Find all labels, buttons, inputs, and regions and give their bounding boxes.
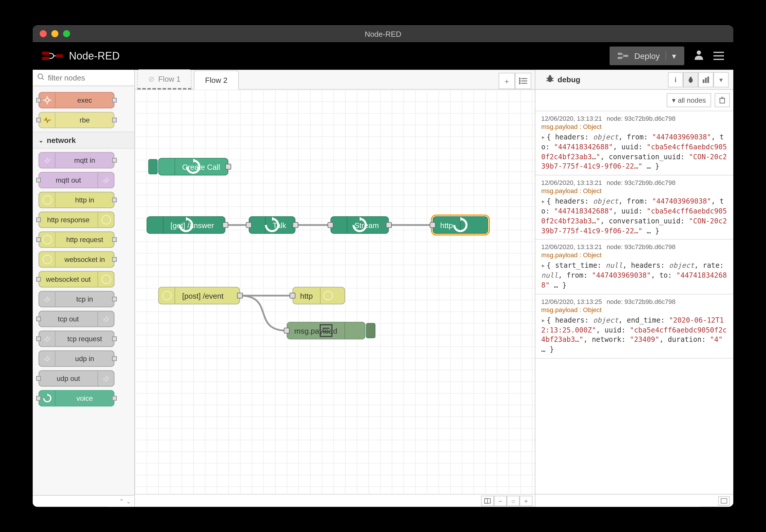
pulse-icon [39,112,55,127]
debug-message[interactable]: 12/06/2020, 13:13:25node: 93c72b9b.d6c79… [535,294,733,358]
output-port[interactable] [223,222,228,228]
palette-node-label: tcp out [39,315,97,323]
palette-node-list[interactable]: execrbe⌄network⟩⟩mqtt inmqtt out⟩⟩http i… [33,86,134,495]
input-port[interactable] [328,222,333,228]
palette-category-network[interactable]: ⌄network [33,132,134,148]
palette-node-websocket-in[interactable]: websocket in [39,251,114,267]
tab-flow-2[interactable]: Flow 2 [194,70,239,90]
palette-node-websocket-out[interactable]: websocket out [39,271,114,287]
debug-meta: 12/06/2020, 13:13:21node: 93c72b9b.d6c79… [541,115,727,122]
flow-node-get-answer[interactable]: [get] /answer [146,216,226,234]
add-tab-button[interactable]: + [498,73,515,89]
output-port [112,257,117,262]
cycle-icon [249,217,266,233]
palette-node-exec[interactable]: exec [39,92,114,108]
palette-collapse-up-icon[interactable]: ⌃ [119,498,124,504]
deploy-dropdown-arrow[interactable]: ▾ [666,51,676,60]
right-sidebar: debug i ▾ ▾ all nodes [535,70,733,507]
deploy-label: Deploy [634,51,660,60]
input-port[interactable] [284,328,290,333]
cycle-icon [147,217,163,233]
signal-icon: ⟩⟩ [39,331,55,346]
input-port[interactable] [430,222,436,228]
debug-topic: msg.payload : Object [541,306,727,313]
output-port[interactable] [293,222,298,228]
deploy-button[interactable]: Deploy ▾ [610,46,684,65]
menu-icon[interactable] [713,52,724,60]
app-window: Node-RED Node-RED Deploy ▾ [33,25,733,507]
open-window-button[interactable] [718,496,730,505]
debug-message[interactable]: 12/06/2020, 13:13:21node: 93c72b9b.d6c79… [535,111,733,175]
flow-node-http-response[interactable]: http [433,216,488,234]
palette-node-http-response[interactable]: http response [39,211,114,228]
sidebar-tab-debug[interactable]: debug [540,71,586,88]
palette-node-udp-in[interactable]: ⟩⟩udp in [39,350,114,367]
input-port [36,277,41,281]
zoom-in-button[interactable]: + [520,495,532,506]
palette-node-label: mqtt in [55,156,114,164]
chart-tab-button[interactable] [698,72,713,87]
debug-toggle-button[interactable] [366,323,375,338]
inject-button[interactable] [148,159,157,174]
svg-point-7 [38,74,43,78]
palette-node-tcp-request[interactable]: ⟩⟩tcp request [39,330,114,347]
node-label: http [293,291,320,300]
palette-node-label: udp in [55,354,114,363]
palette-node-voice[interactable]: voice [39,390,114,406]
info-tab-button[interactable]: i [668,72,683,87]
sidebar-dropdown-button[interactable]: ▾ [713,72,729,87]
svg-line-29 [546,80,548,81]
flow-node-post-event[interactable]: [post] /event [158,287,240,304]
output-port[interactable] [226,164,231,169]
debug-body-content[interactable]: ▸{ start_time: null, headers: object, ra… [541,261,727,290]
palette-node-udp-out[interactable]: udp out⟩⟩ [39,370,114,386]
debug-clear-button[interactable] [715,93,730,107]
list-tabs-button[interactable] [515,73,531,89]
flow-node-debug-msg-payload[interactable]: msg.payload [287,322,366,339]
debug-filter-button[interactable]: ▾ all nodes [667,93,711,107]
zoom-out-button[interactable]: − [494,495,507,506]
app-header: Node-RED Deploy ▾ [33,42,733,70]
palette-node-mqtt-in[interactable]: ⟩⟩mqtt in [39,152,114,168]
flow-canvas[interactable]: Create Call [get] /answer [135,90,535,494]
debug-body-content[interactable]: ▸{ headers: object, from: "447403969038"… [541,132,727,171]
zoom-reset-button[interactable]: ○ [507,495,520,506]
palette-node-mqtt-out[interactable]: mqtt out⟩⟩ [39,172,114,188]
flow-node-talk[interactable]: Talk [249,216,296,234]
svg-rect-3 [618,53,622,55]
tab-flow-1[interactable]: ⊘Flow 1 [137,69,192,90]
globe-icon [39,252,55,267]
palette-node-tcp-in[interactable]: ⟩⟩tcp in [39,291,114,307]
input-port [36,237,41,242]
output-port[interactable] [237,293,243,298]
input-port [36,396,41,400]
flow-node-stream[interactable]: Stream [330,216,389,234]
user-icon[interactable] [694,49,704,62]
titlebar: Node-RED [33,25,733,42]
svg-rect-34 [705,78,707,82]
palette-node-rbe[interactable]: rbe [39,112,114,128]
debug-icon [344,322,361,339]
node-label: Stream [347,221,386,229]
debug-message[interactable]: 12/06/2020, 13:13:21node: 93c72b9b.d6c79… [535,175,733,239]
debug-messages[interactable]: 12/06/2020, 13:13:21node: 93c72b9b.d6c79… [535,111,733,494]
debug-toolbar: ▾ all nodes [535,90,733,111]
debug-tab-button[interactable] [683,72,698,87]
svg-rect-36 [720,98,725,103]
flow-node-http-response-2[interactable]: http [293,287,345,304]
input-port[interactable] [290,293,296,298]
debug-body-content[interactable]: ▸{ headers: object, from: "447403969038"… [541,196,727,235]
palette-node-http-request[interactable]: http request [39,231,114,248]
workspace: ⊘Flow 1Flow 2 + [135,70,535,507]
palette-node-http-in[interactable]: http in [39,192,114,208]
palette-collapse-down-icon[interactable]: ⌄ [126,498,131,504]
debug-meta: 12/06/2020, 13:13:21node: 93c72b9b.d6c79… [541,179,727,186]
palette-filter-input[interactable] [48,73,129,82]
input-port[interactable] [246,222,252,228]
debug-body-content[interactable]: ▸{ headers: object, end_time: "2020-06-1… [541,315,727,354]
output-port[interactable] [386,222,392,228]
palette-node-tcp-out[interactable]: tcp out⟩⟩ [39,311,114,327]
navigator-button[interactable] [481,495,494,506]
flow-node-create-call[interactable]: Create Call [158,158,228,175]
debug-message[interactable]: 12/06/2020, 13:13:21node: 93c72b9b.d6c79… [535,240,733,294]
